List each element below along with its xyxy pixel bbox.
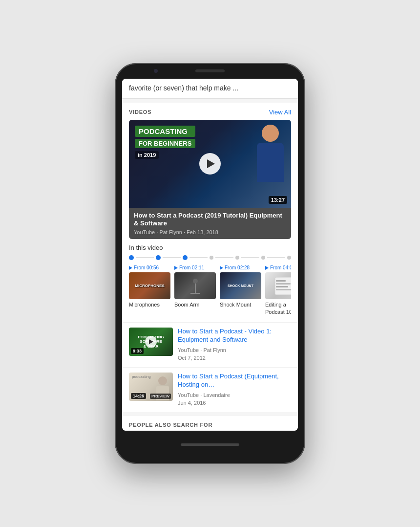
for-beginners-badge: FOR BEGINNERS [135, 139, 195, 148]
chapter-play-icon-1 [129, 266, 132, 270]
play-button[interactable] [199, 153, 221, 175]
list-info-1: How to Start a Podcast - Video 1: Equipm… [178, 328, 291, 362]
video-list-item-1[interactable]: PODCASTINGSOFTWARE& GEAR 9:33 How to Sta… [122, 322, 298, 367]
video-overlay-text: PODCASTING FOR BEGINNERS in 2019 [129, 120, 201, 165]
list-thumb-1: PODCASTINGSOFTWARE& GEAR 9:33 [129, 328, 173, 356]
phone-home-indicator [181, 443, 239, 446]
podcast-badge: PODCASTING [135, 126, 195, 137]
svg-rect-7 [276, 289, 292, 290]
also-search-header: PEOPLE ALSO SEARCH FOR [122, 416, 298, 431]
video-info-bar: How to Start a Podcast (2019 Tutorial) E… [129, 208, 291, 240]
search-text: favorite (or seven) that help make ... [129, 84, 291, 93]
in-video-label: In this video [129, 244, 291, 251]
person-figure [253, 125, 287, 203]
chapter-label-1: Microphones [129, 301, 170, 308]
svg-rect-4 [276, 280, 286, 282]
chapter-time-3: From 02:28 [225, 265, 250, 270]
person-head [262, 125, 279, 142]
dot-5 [235, 256, 239, 260]
dot-line-4 [215, 257, 233, 258]
chapter-time-2: From 02:11 [179, 265, 204, 270]
phone-top-bar [115, 63, 305, 79]
list-video-meta-2: YouTube · Lavendaire Jun 4, 2016 [178, 391, 291, 407]
in-2019-badge: in 2019 [135, 151, 159, 159]
chapter-shock-mount[interactable]: From 02:28 SHOCK MOUNT Shock Mount [220, 265, 261, 315]
list-date-1: Oct 7, 2012 [178, 355, 206, 361]
list-video-title-2: How to Start a Podcast (Equipment, Hosti… [178, 373, 291, 389]
in-video-section: In this video [122, 239, 298, 322]
chapter-editing[interactable]: From 04:08 [265, 265, 291, 315]
chapter-play-icon-3 [220, 266, 223, 270]
video-duration: 13:27 [269, 196, 287, 204]
videos-section: VIDEOS View All PODCASTING FOR BEGINNERS… [122, 103, 298, 322]
view-all-link[interactable]: View All [269, 109, 291, 116]
dot-3 [183, 255, 188, 260]
person-body [257, 143, 284, 182]
timeline-dots [129, 255, 291, 260]
list-info-2: How to Start a Podcast (Equipment, Hosti… [178, 373, 291, 407]
list-thumb-2: podcasting 14:26 PREVIEW [129, 373, 173, 401]
video-meta: YouTube · Pat Flynn · Feb 13, 2018 [134, 229, 286, 235]
list-play-1 [145, 336, 157, 348]
chapter-thumb-3: SHOCK MOUNT [220, 272, 261, 299]
chapter-thumb-4 [265, 272, 291, 299]
phone-screen: favorite (or seven) that help make ... V… [122, 79, 298, 431]
dot-7 [287, 256, 291, 260]
chapter-boom-arm[interactable]: From 02:11 [174, 265, 216, 315]
dot-line-6 [267, 257, 285, 258]
also-search-section: PEOPLE ALSO SEARCH FOR What software do … [122, 416, 298, 431]
list-channel-1: YouTube · Pat Flynn [178, 347, 226, 353]
phone-bottom-bar [115, 431, 305, 458]
dot-line-5 [241, 257, 259, 258]
dot-2 [156, 255, 161, 260]
phone-speaker [195, 69, 225, 72]
dot-line-2 [163, 257, 181, 258]
chapter-label-4: Editing a Podcast 101 [265, 301, 291, 315]
chapter-timestamp-1: From 00:56 [129, 265, 170, 270]
thumb-duration-2: 14:26 [131, 393, 146, 399]
dot-line-1 [136, 257, 154, 258]
list-date-2: Jun 4, 2016 [178, 400, 206, 406]
thumb-inner-2 [174, 272, 216, 299]
chapter-play-icon-4 [265, 266, 269, 270]
chapters-row[interactable]: From 00:56 MICROPHONES Microphones [129, 265, 291, 319]
chapter-thumb-1: MICROPHONES [129, 272, 170, 299]
chapter-thumb-2 [174, 272, 216, 299]
chapter-time-1: From 00:56 [134, 265, 159, 270]
chapter-timestamp-3: From 02:28 [220, 265, 261, 270]
play-triangle-icon [207, 159, 215, 168]
scroll-content[interactable]: favorite (or seven) that help make ... V… [122, 79, 298, 431]
video-title-main: How to Start a Podcast (2019 Tutorial) E… [134, 212, 286, 228]
phone-camera [154, 69, 158, 73]
section-header: VIDEOS View All [122, 103, 298, 120]
thumb-duration-1: 9:33 [131, 348, 144, 354]
chapter-play-icon-2 [174, 266, 178, 270]
list-video-meta-1: YouTube · Pat Flynn Oct 7, 2012 [178, 346, 291, 362]
search-bar-area: favorite (or seven) that help make ... [122, 79, 298, 99]
phone-frame: favorite (or seven) that help make ... V… [115, 63, 305, 464]
thumb-inner-4 [265, 272, 291, 299]
chapter-time-4: From 04:08 [270, 265, 291, 270]
dot-4 [210, 256, 213, 260]
thumb-preview-badge-2: PREVIEW [150, 394, 171, 399]
chapter-timestamp-2: From 02:11 [174, 265, 216, 270]
dot-6 [261, 256, 265, 260]
thumb-inner-3: SHOCK MOUNT [220, 272, 261, 299]
list-play-triangle-1 [149, 339, 153, 344]
svg-point-2 [193, 279, 198, 284]
phone-side-button [305, 151, 305, 180]
dot-line-3 [189, 257, 208, 258]
list-channel-2: YouTube · Lavendaire [178, 392, 230, 398]
video-list-item-2[interactable]: podcasting 14:26 PREVIEW How to Start a … [122, 367, 298, 412]
chapter-microphones[interactable]: From 00:56 MICROPHONES Microphones [129, 265, 170, 315]
dot-1 [129, 255, 134, 260]
list-video-title-1: How to Start a Podcast - Video 1: Equipm… [178, 328, 291, 344]
chapter-label-2: Boom Arm [174, 301, 216, 308]
video-thumbnail: PODCASTING FOR BEGINNERS in 2019 [129, 120, 291, 208]
thumb-inner-1: MICROPHONES [129, 272, 170, 299]
svg-rect-6 [276, 286, 288, 287]
main-video[interactable]: PODCASTING FOR BEGINNERS in 2019 [129, 120, 291, 240]
svg-rect-5 [276, 283, 291, 285]
chapter-label-3: Shock Mount [220, 301, 261, 308]
videos-section-title: VIDEOS [129, 109, 151, 115]
